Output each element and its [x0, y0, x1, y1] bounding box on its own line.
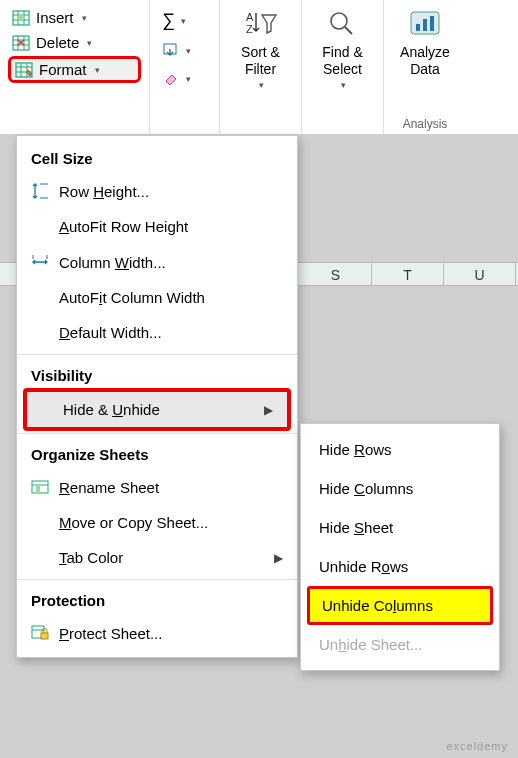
menu-hide-unhide[interactable]: Hide & Unhide ▶	[23, 388, 291, 431]
chevron-down-icon: ▾	[341, 80, 346, 90]
format-button[interactable]: Format ▾	[8, 56, 141, 83]
menu-header-protection: Protection	[17, 584, 297, 615]
sort-filter-button[interactable]: AZ Sort & Filter ▾	[220, 0, 302, 134]
analyze-icon	[407, 8, 443, 40]
row-height-icon	[31, 182, 49, 200]
menu-default-width[interactable]: Default Width...	[17, 315, 297, 350]
menu-tab-color[interactable]: Tab Color ▶	[17, 540, 297, 575]
submenu-hide-sheet[interactable]: Hide Sheet	[301, 508, 499, 547]
separator	[17, 579, 297, 580]
chevron-right-icon: ▶	[274, 551, 283, 565]
svg-text:A: A	[246, 11, 254, 23]
sort-filter-icon: AZ	[244, 9, 278, 39]
format-icon	[15, 62, 33, 78]
menu-rename-sheet[interactable]: Rename Sheet	[17, 469, 297, 505]
watermark: exceldemy	[446, 740, 508, 752]
chevron-down-icon: ▾	[186, 74, 191, 84]
clear-button[interactable]: ▾	[158, 69, 195, 89]
menu-autofit-col[interactable]: AutoFit Column Width	[17, 280, 297, 315]
hide-unhide-submenu: Hide Rows Hide Columns Hide Sheet Unhide…	[300, 423, 500, 671]
analyze-data-button[interactable]: Analyze Data Analysis	[384, 0, 466, 134]
submenu-hide-columns[interactable]: Hide Columns	[301, 469, 499, 508]
insert-icon	[12, 10, 30, 26]
find-select-button[interactable]: Find & Select ▾	[302, 0, 384, 134]
menu-header-cellsize: Cell Size	[17, 142, 297, 173]
submenu-hide-rows[interactable]: Hide Rows	[301, 430, 499, 469]
sigma-icon: ∑	[162, 10, 175, 31]
cells-group: Insert ▾ Delete ▾ Format ▾	[0, 0, 150, 134]
separator	[17, 354, 297, 355]
protect-icon	[31, 624, 49, 642]
col-width-icon	[31, 253, 49, 271]
editing-icons-1: ∑▾ ▾ ▾	[150, 0, 220, 134]
delete-button[interactable]: Delete ▾	[8, 31, 141, 54]
chevron-right-icon: ▶	[264, 403, 273, 417]
find-icon	[326, 9, 360, 39]
menu-protect-sheet[interactable]: Protect Sheet...	[17, 615, 297, 651]
submenu-unhide-sheet: Unhide Sheet...	[301, 625, 499, 664]
col-header[interactable]: T	[372, 263, 444, 285]
submenu-unhide-columns[interactable]: Unhide Columns	[307, 586, 493, 625]
rename-icon	[31, 478, 49, 496]
fill-down-icon	[162, 43, 180, 59]
svg-rect-5	[18, 15, 24, 20]
svg-rect-36	[41, 633, 48, 639]
chevron-down-icon: ▾	[87, 38, 92, 48]
col-header[interactable]: U	[444, 263, 516, 285]
insert-button[interactable]: Insert ▾	[8, 6, 141, 29]
menu-autofit-row[interactable]: AutoFit Row Height	[17, 209, 297, 244]
separator	[17, 433, 297, 434]
menu-move-copy[interactable]: Move or Copy Sheet...	[17, 505, 297, 540]
svg-rect-26	[430, 16, 434, 31]
delete-icon	[12, 35, 30, 51]
svg-rect-24	[416, 24, 420, 31]
svg-text:Z: Z	[246, 23, 253, 35]
chevron-down-icon: ▾	[186, 46, 191, 56]
menu-header-visibility: Visibility	[17, 359, 297, 390]
chevron-down-icon: ▾	[181, 16, 186, 26]
menu-header-organize: Organize Sheets	[17, 438, 297, 469]
svg-point-21	[331, 13, 347, 29]
menu-col-width[interactable]: Column Width...	[17, 244, 297, 280]
chevron-down-icon: ▾	[95, 65, 100, 75]
svg-line-22	[345, 27, 352, 34]
col-header[interactable]: S	[300, 263, 372, 285]
submenu-unhide-rows[interactable]: Unhide Rows	[301, 547, 499, 586]
group-label: Analysis	[384, 117, 466, 131]
svg-rect-25	[423, 19, 427, 31]
eraser-icon	[162, 71, 180, 87]
menu-row-height[interactable]: Row Height...	[17, 173, 297, 209]
autosum-button[interactable]: ∑▾	[158, 8, 190, 33]
chevron-down-icon: ▾	[259, 80, 264, 90]
chevron-down-icon: ▾	[82, 13, 87, 23]
svg-rect-33	[36, 485, 40, 493]
format-dropdown-menu: Cell Size Row Height... AutoFit Row Heig…	[16, 135, 298, 658]
fill-button[interactable]: ▾	[158, 41, 195, 61]
ribbon: Insert ▾ Delete ▾ Format ▾ ∑▾ ▾ ▾ AZ Sor…	[0, 0, 518, 135]
